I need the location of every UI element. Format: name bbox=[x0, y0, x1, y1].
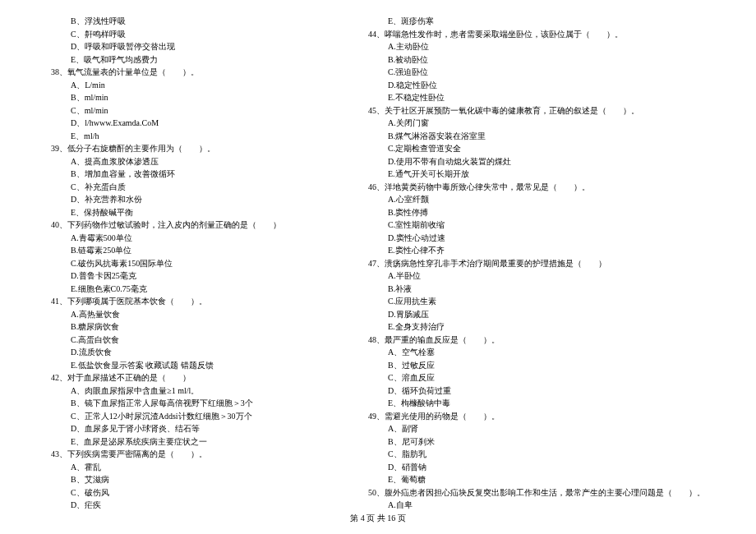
answer-option: B.糖尿病饮食 bbox=[51, 320, 348, 334]
answer-option: C.强迫卧位 bbox=[368, 66, 705, 79]
answer-option: D、硝普钠 bbox=[368, 461, 705, 474]
answer-option: D.流质饮食 bbox=[51, 346, 348, 359]
question-line: 45、关于社区开展预防一氧化碳中毒的健康教育，正确的叙述是（ ）。 bbox=[368, 104, 705, 117]
answer-option: D、补充营养和水份 bbox=[51, 193, 348, 206]
answer-option: B、过敏反应 bbox=[368, 359, 705, 372]
question-line: 48、最严重的输血反应是（ ）。 bbox=[368, 334, 705, 347]
question-line: 44、哮喘急性发作时，患者需要采取端坐卧位，该卧位属于（ ）。 bbox=[368, 28, 705, 41]
answer-option: E、枸橼酸钠中毒 bbox=[368, 397, 705, 410]
question-line: 42、对于血尿描述不正确的是（ ） bbox=[51, 371, 348, 384]
question-line: 46、洋地黄类药物中毒所致心律失常中，最常见是（ ）。 bbox=[368, 181, 705, 194]
question-line: 43、下列疾病需要严密隔离的是（ ）。 bbox=[51, 448, 348, 461]
column-right: E、斑疹伤寒44、哮喘急性发作时，患者需要采取端坐卧位，该卧位属于（ ）。A.主… bbox=[358, 15, 715, 512]
answer-option: A.主动卧位 bbox=[368, 40, 705, 53]
answer-option: B、艾滋病 bbox=[51, 473, 348, 486]
answer-option: B、镜下血尿指正常人尿每高倍视野下红细胞＞3个 bbox=[51, 397, 348, 410]
answer-option: B、ml/min bbox=[51, 91, 348, 104]
answer-option: B.链霉素250单位 bbox=[51, 244, 348, 257]
answer-option: C、鼾鸣样呼吸 bbox=[51, 28, 348, 41]
answer-option: A.高热量饮食 bbox=[51, 308, 348, 321]
answer-option: C、破伤风 bbox=[51, 486, 348, 499]
answer-option: E.窦性心律不齐 bbox=[368, 244, 705, 257]
answer-option: A、副肾 bbox=[368, 422, 705, 435]
question-line: 50、腹外疝患者因担心疝块反复突出影响工作和生活，最常产生的主要心理问题是（ ）… bbox=[368, 486, 705, 499]
answer-option: C、溶血反应 bbox=[368, 371, 705, 384]
answer-option: D、循环负荷过重 bbox=[368, 384, 705, 398]
answer-option: A、提高血浆胶体渗透压 bbox=[51, 155, 348, 168]
answer-option: D.胃肠减压 bbox=[368, 308, 705, 321]
answer-option: B.窦性停搏 bbox=[368, 206, 705, 219]
answer-option: B.被动卧位 bbox=[368, 53, 705, 67]
answer-option: E.通气开关可长期开放 bbox=[368, 168, 705, 181]
answer-option: C、ml/min bbox=[51, 104, 348, 117]
question-line: 47、溃疡病急性穿孔非手术治疗期间最重要的护理措施是（ ） bbox=[368, 257, 705, 270]
answer-option: A.青霉素500单位 bbox=[51, 232, 348, 245]
answer-option: D.使用不带有自动熄火装置的煤灶 bbox=[368, 155, 705, 168]
question-line: 49、需避光使用的药物是（ ）。 bbox=[368, 410, 705, 423]
answer-option: B.煤气淋浴器安装在浴室里 bbox=[368, 130, 705, 143]
answer-option: E、斑疹伤寒 bbox=[368, 15, 705, 28]
page-body: B、浮浅性呼吸C、鼾鸣样呼吸D、呼吸和呼吸暂停交替出现E、吸气和呼气均感费力38… bbox=[0, 0, 756, 512]
answer-option: E.不稳定性卧位 bbox=[368, 91, 705, 104]
answer-option: E、吸气和呼气均感费力 bbox=[51, 53, 348, 67]
answer-option: B、增加血容量，改善微循环 bbox=[51, 168, 348, 181]
answer-option: B.补液 bbox=[368, 283, 705, 296]
answer-option: C.应用抗生素 bbox=[368, 295, 705, 308]
answer-option: E.全身支持治疗 bbox=[368, 320, 705, 334]
answer-option: D.普鲁卡因25毫克 bbox=[51, 269, 348, 283]
answer-option: E、血尿是泌尿系统疾病主要症状之一 bbox=[51, 435, 348, 449]
answer-option: D、呼吸和呼吸暂停交替出现 bbox=[51, 40, 348, 53]
answer-option: A、空气栓塞 bbox=[368, 346, 705, 359]
answer-option: C.定期检查管道安全 bbox=[368, 142, 705, 155]
answer-option: C.破伤风抗毒素150国际单位 bbox=[51, 257, 348, 270]
answer-option: E、ml/h bbox=[51, 130, 348, 143]
answer-option: A、L/min bbox=[51, 79, 348, 92]
answer-option: E、保持酸碱平衡 bbox=[51, 206, 348, 219]
answer-option: A.心室纤颤 bbox=[368, 193, 705, 206]
answer-option: C、补充蛋白质 bbox=[51, 181, 348, 194]
answer-option: E、葡萄糖 bbox=[368, 473, 705, 486]
answer-option: B、浮浅性呼吸 bbox=[51, 15, 348, 28]
answer-option: C、脂肪乳 bbox=[368, 448, 705, 461]
answer-option: A、霍乱 bbox=[51, 461, 348, 474]
answer-option: C、正常人12小时尿沉渣Addsi计数红细胞＞30万个 bbox=[51, 410, 348, 423]
answer-option: D.窦性心动过速 bbox=[368, 232, 705, 245]
answer-option: A.自卑 bbox=[368, 499, 705, 512]
question-line: 40、下列药物作过敏试验时，注入皮内的剂量正确的是（ ） bbox=[51, 219, 348, 232]
answer-option: A.关闭门窗 bbox=[368, 117, 705, 130]
question-line: 39、低分子右旋糖酐的主要作用为（ ）。 bbox=[51, 142, 348, 155]
question-line: 41、下列哪项属于医院基本饮食（ ）。 bbox=[51, 295, 348, 308]
answer-option: E.低盐饮食显示答案 收藏试题 错题反馈 bbox=[51, 359, 348, 372]
answer-option: C.高蛋白饮食 bbox=[51, 334, 348, 347]
answer-option: C.室性期前收缩 bbox=[368, 219, 705, 232]
column-left: B、浮浅性呼吸C、鼾鸣样呼吸D、呼吸和呼吸暂停交替出现E、吸气和呼气均感费力38… bbox=[41, 15, 358, 512]
page-footer: 第 4 页 共 16 页 bbox=[0, 512, 756, 525]
answer-option: A.半卧位 bbox=[368, 269, 705, 283]
answer-option: D.稳定性卧位 bbox=[368, 79, 705, 92]
answer-option: D、l/hwww.Examda.CoM bbox=[51, 117, 348, 130]
answer-option: E.细胞色素C0.75毫克 bbox=[51, 283, 348, 296]
question-line: 38、氧气流量表的计量单位是（ ）。 bbox=[51, 66, 348, 79]
answer-option: D、疟疾 bbox=[51, 499, 348, 512]
answer-option: A、肉眼血尿指尿中含血量≥1 ml/l。 bbox=[51, 384, 348, 398]
answer-option: B、尼可刹米 bbox=[368, 435, 705, 449]
answer-option: D、血尿多见于肾小球肾炎、结石等 bbox=[51, 422, 348, 435]
